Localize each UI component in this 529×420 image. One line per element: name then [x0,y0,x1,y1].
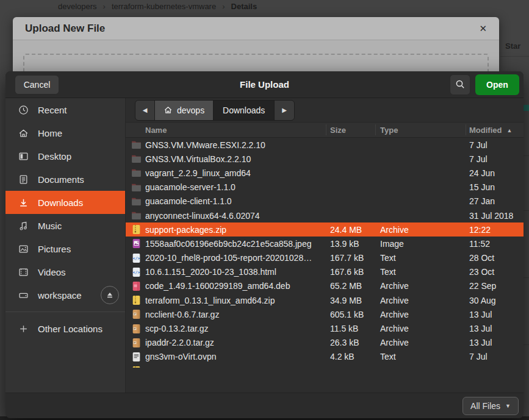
cancel-button[interactable]: Cancel [15,75,59,94]
image-file-icon [131,238,142,249]
file-row[interactable]: scp-0.13.2.tar.gz11.5 kBArchive13 Jul [126,321,524,335]
file-name: guacamole-client-1.1.0 [145,196,325,206]
file-name: 2020-10_rhel8-prod-105-report-20201028… [145,253,325,263]
file-row[interactable]: ncclient-0.6.7.tar.gz605.1 kBArchive13 J… [126,307,524,321]
file-row[interactable]: vagrant_2.2.9_linux_amd6424 Jun [126,166,524,180]
file-row[interactable]: terraform_0.13.1_linux_amd64.zip34.9 MBA… [126,293,524,307]
file-upload-dialog: File Upload Cancel Open RecentHomeDeskto… [5,71,524,418]
file-size: 13.9 kB [330,239,378,249]
file-modified: 12:22 [469,225,523,235]
path-segment-label: Downloads [223,105,265,115]
path-forward-button[interactable]: ▶ [275,101,294,120]
column-divider [326,124,326,135]
path-back-button[interactable]: ◀ [135,101,155,120]
file-size: 34.9 MB [330,296,378,305]
page-table-divider [524,277,529,278]
file-row[interactable]: code_1.49.1-1600299189_amd64.deb65.2 MBA… [126,279,524,293]
file-size: 26.3 kB [330,338,378,347]
sidebar-item-videos[interactable]: Videos [5,260,125,283]
file-row[interactable]: 1558aaf0c06196e6b9cb24c21e5ca858.jpeg13.… [126,237,524,251]
file-row[interactable]: GNS3.VM.VMware.ESXI.2.2.10.zip560.8 MBAr… [126,364,524,368]
file-row[interactable]: anyconnect-linux64-4.6.0207431 Jul 2018 [126,208,524,222]
path-button-group: ◀ devops Downloads ▶ [135,100,295,121]
path-segment-label: devops [177,105,204,115]
sidebar-item-desktop[interactable]: Desktop [5,144,125,168]
filter-label: All Files [470,401,500,411]
file-name: anyconnect-linux64-4.6.02074 [145,211,325,221]
file-name: vagrant_2.2.9_linux_amd64 [145,168,325,178]
sidebar-item-other-locations[interactable]: Other Locations [5,317,125,340]
file-type: Archive [380,338,453,347]
eject-button[interactable] [101,286,119,304]
file-type: Archive [380,310,453,319]
chevron-left-icon: ◀ [143,107,148,113]
file-row[interactable]: GNS3.VM.VMware.ESXI.2.2.107 Jul [126,138,524,152]
file-row[interactable]: </>10.6.1.151_2020-10-23_1038.html167.6 … [126,265,524,279]
eject-icon [106,291,114,299]
file-type: Archive [380,366,453,368]
sidebar-item-label: Documents [38,174,84,185]
folder-file-icon [131,154,142,164]
sidebar-item-home[interactable]: Home [5,121,125,144]
sidebar-item-music[interactable]: Music [5,214,125,237]
file-modified: 7 Jul [469,154,523,164]
upload-modal-body [13,40,499,71]
open-button[interactable]: Open [475,74,519,95]
column-header-name[interactable]: Name [145,126,167,135]
zip-file-icon [131,224,142,235]
sidebar-item-documents[interactable]: Documents [5,168,125,191]
chevron-right-icon: ▶ [282,107,287,113]
file-row[interactable]: guacamole-client-1.1.027 Jan [126,194,524,208]
text-file-icon [131,352,142,362]
file-name: GNS3.VM.VMware.ESXI.2.2.10.zip [145,366,325,368]
file-name: GNS3.VM.VMware.ESXI.2.2.10 [145,140,325,150]
column-header-type[interactable]: Type [380,126,398,135]
path-segment-downloads[interactable]: Downloads [214,101,275,120]
column-header-modified[interactable]: Modified ▲ [469,126,512,135]
file-size: 65.2 MB [330,281,378,291]
file-type-filter-dropdown[interactable]: All Files ▼ [462,397,519,415]
column-divider [375,124,376,135]
sidebar-item-pictures[interactable]: Pictures [5,237,125,260]
places-sidebar: RecentHomeDesktopDocumentsDownloadsMusic… [5,98,125,393]
zip-file-icon [131,295,142,305]
sidebar-item-recent[interactable]: Recent [5,98,125,121]
file-modified: 13 Jul [469,310,523,319]
file-list: GNS3.VM.VMware.ESXI.2.2.107 JulGNS3.VM.V… [126,138,524,368]
sidebar-item-downloads[interactable]: Downloads [5,191,125,214]
dialog-header-bar: File Upload Cancel Open [5,71,524,98]
sidebar-divider [5,311,125,312]
search-button[interactable] [450,74,470,95]
file-row[interactable]: ipaddr-2.2.0.tar.gz26.3 kBArchive13 Jul [126,336,524,350]
file-name: gns3vm-oVirt.ovpn [145,352,325,361]
close-icon[interactable]: ✕ [479,23,487,34]
sidebar-item-label: Downloads [38,198,83,208]
file-row[interactable]: GNS3.VM.VirtualBox.2.2.107 Jul [126,152,524,166]
column-header-size[interactable]: Size [330,126,346,135]
page-table-divider [524,155,529,156]
sidebar-item-label: Desktop [38,151,71,162]
sidebar-item-workspace[interactable]: workspace [5,283,125,307]
file-row[interactable]: support-packages.zip24.4 MBArchive12:22 [126,222,524,237]
file-name: 1558aaf0c06196e6b9cb24c21e5ca858.jpeg [145,239,325,249]
file-browser-pane: ◀ devops Downloads ▶ [125,98,524,393]
pictures-icon [18,243,29,254]
sidebar-item-label: Other Locations [38,324,103,334]
file-row[interactable]: </>2020-10_rhel8-prod-105-report-2020102… [126,251,524,265]
dialog-footer-bar: All Files ▼ [5,393,524,418]
file-row[interactable]: guacamole-server-1.1.015 Jun [126,180,524,194]
desktop-icon [18,151,29,162]
file-dropzone[interactable] [23,54,489,71]
file-modified: 7 Jul [469,140,523,150]
documents-icon [18,174,29,185]
music-icon [18,220,29,231]
recent-icon [18,104,29,115]
upload-modal-header: Upload New File ✕ [13,17,499,40]
file-modified: 31 Jul 2018 [469,211,523,221]
file-size: 4.2 kB [330,352,378,361]
path-segment-home[interactable]: devops [155,101,214,120]
file-row[interactable]: gns3vm-oVirt.ovpn4.2 kBText7 Jul [126,350,524,364]
sidebar-item-label: Pictures [38,244,71,254]
folder-file-icon [131,168,142,178]
page-table-divider [524,210,529,211]
